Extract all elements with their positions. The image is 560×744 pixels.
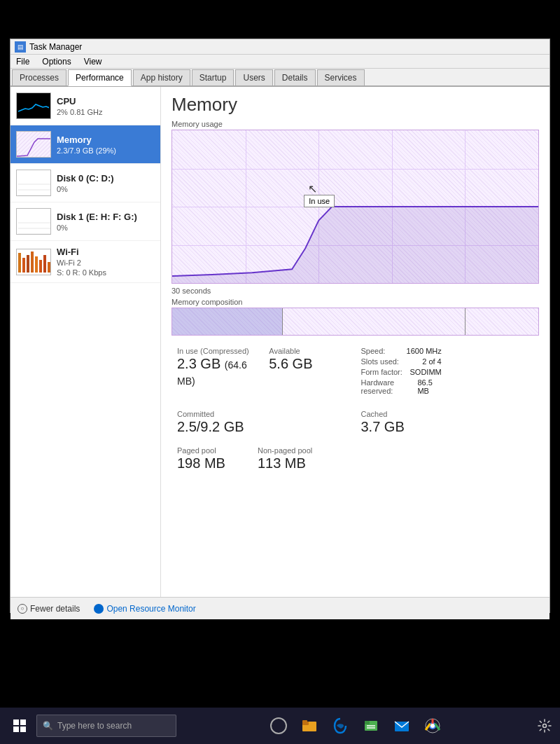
taskbar-chrome[interactable] [420, 713, 445, 738]
composition-label: Memory composition [172, 298, 539, 306]
taskbar-cortana[interactable] [266, 713, 291, 738]
stat-available: Available 5.6 GB [263, 344, 355, 400]
svg-rect-14 [39, 260, 42, 273]
memory-usage-chart: In use ↖ [172, 130, 539, 284]
svg-rect-26 [302, 720, 307, 723]
comp-divider-2 [465, 308, 465, 335]
disk1-sub: 0% [57, 223, 155, 232]
tab-performance[interactable]: Performance [68, 69, 132, 86]
sidebar-item-memory[interactable]: Memory 2.3/7.9 GB (29%) [10, 125, 160, 164]
chart-tooltip: In use [304, 195, 335, 207]
menu-file[interactable]: File [13, 55, 32, 68]
sidebar-item-disk1[interactable]: Disk 1 (E: H: F: G:) 0% [10, 202, 160, 241]
cached-label: Cached [361, 410, 534, 418]
sidebar: CPU 2% 0.81 GHz [10, 87, 161, 597]
nonpaged-value: 113 MB [258, 455, 312, 471]
tab-details[interactable]: Details [274, 69, 316, 85]
svg-point-23 [271, 718, 286, 733]
cpu-info: CPU 2% 0.81 GHz [57, 96, 155, 116]
paged-label: Paged pool [177, 446, 225, 455]
disk1-info: Disk 1 (E: H: F: G:) 0% [57, 212, 155, 232]
in-use-label: In use (Compressed) [177, 347, 258, 355]
resource-monitor-icon [94, 604, 104, 614]
content-panel: Memory Memory usage [161, 87, 550, 597]
stats-grid: In use (Compressed) 2.3 GB (64.6 MB) Ava… [172, 344, 539, 400]
taskbar-files[interactable] [358, 713, 384, 738]
stats-pool: Paged pool 198 MB Non-paged pool 113 MB [172, 443, 539, 474]
speed-row: Speed: 1600 MHz [361, 347, 442, 355]
search-icon: 🔍 [43, 721, 53, 731]
sidebar-item-disk0[interactable]: Disk 0 (C: D:) 0% [10, 164, 160, 202]
taskbar-search[interactable]: 🔍 Type here to search [36, 715, 176, 737]
slots-row: Slots used: 2 of 4 [361, 357, 442, 366]
taskbar-app-icons [179, 713, 532, 738]
wifi-thumbnail [16, 249, 51, 275]
tabs-bar: Processes Performance App history Startu… [10, 69, 550, 87]
main-content: CPU 2% 0.81 GHz [10, 87, 550, 597]
in-use-bar [172, 308, 282, 335]
disk0-thumbnail [16, 170, 51, 196]
stat-nonpaged: Non-paged pool 113 MB [252, 443, 318, 474]
committed-label: Committed [177, 410, 350, 418]
tab-processes[interactable]: Processes [12, 69, 66, 85]
content-title: Memory [172, 94, 539, 116]
resource-monitor-label: Open Resource Monitor [106, 604, 195, 614]
svg-rect-16 [48, 262, 50, 273]
app-icon: ▤ [15, 41, 26, 53]
start-button[interactable] [6, 712, 34, 740]
taskbar-explorer[interactable] [297, 713, 322, 738]
footer: ○ Fewer details Open Resource Monitor [10, 597, 550, 619]
stats-bottom: Committed 2.5/9.2 GB Cached 3.7 GB [172, 407, 539, 438]
wifi-sub2: S: 0 R: 0 Kbps [57, 268, 155, 277]
search-placeholder: Type here to search [57, 721, 132, 731]
disk0-label: Disk 0 (C: D:) [57, 173, 155, 184]
svg-rect-12 [31, 252, 34, 273]
settings-icon[interactable] [535, 716, 554, 736]
tab-app-history[interactable]: App history [133, 69, 190, 85]
hardware-row: Hardware reserved: 86.5 MB [361, 378, 442, 395]
fewer-details-icon: ○ [18, 604, 27, 614]
nonpaged-label: Non-paged pool [258, 446, 312, 455]
available-label: Available [269, 347, 349, 355]
stat-speed-block: Speed: 1600 MHz Slots used: 2 of 4 Form … [356, 344, 447, 400]
svg-rect-21 [13, 726, 19, 732]
tab-users[interactable]: Users [235, 69, 272, 85]
windows-icon [13, 719, 27, 733]
wifi-info: Wi-Fi Wi-Fi 2 S: 0 R: 0 Kbps [57, 247, 155, 277]
disk1-thumbnail [16, 208, 51, 235]
fewer-details-label: Fewer details [30, 604, 80, 614]
cached-value: 3.7 GB [361, 419, 534, 435]
cpu-label: CPU [57, 96, 155, 106]
taskbar-mail[interactable] [389, 713, 414, 738]
tab-startup[interactable]: Startup [192, 69, 234, 85]
svg-point-34 [430, 724, 435, 728]
memory-label: Memory [57, 135, 155, 145]
svg-rect-13 [35, 256, 38, 273]
sidebar-item-cpu[interactable]: CPU 2% 0.81 GHz [10, 87, 160, 125]
title-bar: ▤ Task Manager [10, 39, 550, 55]
stat-committed: Committed 2.5/9.2 GB [172, 407, 356, 438]
menu-bar: File Options View [10, 55, 550, 69]
disk0-info: Disk 0 (C: D:) 0% [57, 173, 155, 193]
memory-sub: 2.3/7.9 GB (29%) [57, 146, 155, 155]
svg-rect-11 [27, 255, 29, 273]
stat-in-use: In use (Compressed) 2.3 GB (64.6 MB) [172, 344, 263, 400]
sidebar-item-wifi[interactable]: Wi-Fi Wi-Fi 2 S: 0 R: 0 Kbps [10, 241, 160, 283]
svg-rect-28 [365, 721, 370, 724]
chart-time-label: 30 seconds [172, 287, 539, 295]
system-tray [535, 716, 554, 736]
cpu-thumbnail [16, 92, 51, 119]
memory-info: Memory 2.3/7.9 GB (29%) [57, 135, 155, 155]
open-resource-monitor-link[interactable]: Open Resource Monitor [94, 604, 195, 614]
stat-empty [447, 344, 539, 400]
available-value: 5.6 GB [269, 356, 349, 372]
paged-value: 198 MB [177, 455, 225, 471]
taskbar-edge[interactable] [328, 713, 353, 738]
fewer-details-button[interactable]: ○ Fewer details [18, 604, 80, 614]
window-title: Task Manager [29, 42, 82, 52]
tab-services[interactable]: Services [317, 69, 365, 85]
menu-view[interactable]: View [81, 55, 105, 68]
committed-value: 2.5/9.2 GB [177, 419, 350, 435]
composition-bar [172, 308, 539, 336]
menu-options[interactable]: Options [39, 55, 74, 68]
